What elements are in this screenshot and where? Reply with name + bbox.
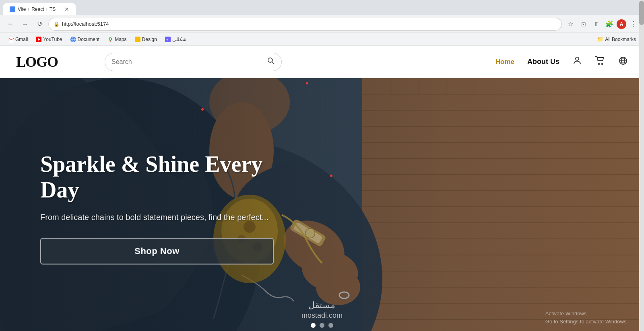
bookmark-document-label: Document — [78, 37, 100, 42]
extensions-puzzle-button[interactable]: 🧩 — [604, 19, 615, 30]
bookmark-design-label: Design — [142, 37, 157, 42]
bookmark-gmail[interactable]: Gmail — [5, 36, 31, 43]
svg-point-12 — [576, 57, 579, 60]
cart-icon[interactable] — [595, 56, 605, 68]
carousel-dot-3[interactable] — [328, 323, 333, 328]
user-icon[interactable] — [572, 56, 582, 68]
back-icon: ← — [7, 21, 14, 28]
activate-windows-line1: Activate Windows — [545, 310, 628, 318]
site-nav: Home About Us — [495, 56, 628, 68]
address-bar[interactable]: 🔒 http://localhost:5174 — [48, 18, 562, 31]
svg-point-14 — [602, 63, 603, 64]
search-bar[interactable] — [105, 53, 282, 71]
hero-section: Sparkle & Shine Every Day From delicate … — [0, 78, 644, 331]
profile-avatar[interactable]: A — [617, 19, 626, 29]
gmail-favicon — [8, 37, 14, 42]
reload-button[interactable]: ↺ — [34, 19, 45, 30]
forward-button[interactable]: → — [19, 19, 31, 30]
star-icon: ☆ — [568, 20, 574, 28]
website: LOGO Home About Us — [0, 46, 644, 331]
bookmark-star-button[interactable]: ☆ — [565, 19, 576, 30]
design-favicon — [135, 37, 140, 42]
bookmarks-bar: Gmail YouTube Document Maps — [0, 33, 644, 46]
tab-close-btn[interactable]: ✕ — [64, 6, 69, 12]
nav-about[interactable]: About Us — [527, 58, 559, 66]
browser-toolbar: ← → ↺ 🔒 http://localhost:5174 ☆ ⊡ 𝔽 🧩 — [0, 15, 644, 33]
search-icon — [267, 57, 275, 67]
notification-dot-2 — [201, 108, 204, 111]
search-input[interactable] — [111, 58, 267, 66]
extension-icon-1: ⊡ — [581, 21, 586, 27]
watermark: مستقل mostadi.com — [301, 300, 343, 320]
extension-btn-2[interactable]: 𝔽 — [591, 19, 602, 30]
notification-dot-1 — [306, 82, 308, 84]
browser-tabs: Vite + React + TS ✕ — [0, 0, 644, 15]
document-favicon — [70, 37, 76, 42]
bookmark-gmail-label: Gmail — [15, 37, 28, 42]
youtube-favicon — [36, 37, 41, 42]
scrollbar[interactable] — [639, 0, 644, 331]
extension-btn-1[interactable]: ⊡ — [578, 19, 589, 30]
site-logo: LOGO — [16, 53, 89, 70]
hero-subtitle: From delicate chains to bold statement p… — [40, 211, 290, 224]
nav-home[interactable]: Home — [495, 58, 514, 66]
folder-icon: 📁 — [597, 36, 603, 42]
bookmark-document[interactable]: Document — [67, 36, 103, 43]
chrome-menu-button[interactable]: ⋮ — [628, 19, 639, 30]
url-text: http://localhost:5174 — [62, 21, 109, 27]
arabic-favicon: ✦ — [165, 37, 171, 42]
bookmark-arabic[interactable]: ✦ شكللي — [162, 36, 190, 43]
bookmark-maps[interactable]: Maps — [104, 36, 130, 43]
bookmark-design[interactable]: Design — [132, 36, 160, 43]
menu-dots-icon: ⋮ — [630, 20, 637, 28]
browser-tab-active[interactable]: Vite + React + TS ✕ — [3, 3, 76, 15]
activate-windows-notice: Activate Windows Go to Settings to activ… — [545, 310, 628, 325]
forward-icon: → — [22, 21, 28, 28]
extension-icon-2: 𝔽 — [595, 21, 599, 27]
notification-dot-3 — [330, 175, 332, 177]
bookmark-arabic-label: شكللي — [172, 37, 186, 42]
toolbar-actions: ☆ ⊡ 𝔽 🧩 A ⋮ — [565, 19, 639, 30]
bookmark-maps-label: Maps — [115, 37, 126, 42]
shop-now-button[interactable]: Shop Now — [40, 238, 274, 265]
carousel-dot-2[interactable] — [320, 323, 324, 328]
watermark-arabic: مستقل — [301, 300, 343, 310]
hero-title: Sparkle & Shine Every Day — [40, 151, 290, 203]
bookmark-youtube[interactable]: YouTube — [33, 36, 65, 43]
bookmark-youtube-label: YouTube — [43, 37, 62, 42]
tab-title: Vite + React + TS — [18, 6, 56, 12]
svg-point-7 — [109, 38, 111, 40]
watermark-latin: mostadi.com — [301, 311, 343, 319]
hero-content: Sparkle & Shine Every Day From delicate … — [40, 151, 290, 265]
back-button[interactable]: ← — [5, 19, 16, 30]
svg-line-11 — [272, 62, 274, 64]
svg-point-13 — [599, 63, 600, 64]
globe-icon[interactable] — [618, 56, 628, 68]
lock-icon: 🔒 — [54, 21, 60, 27]
all-bookmarks-label: All Bookmarks — [605, 37, 636, 42]
svg-text:✦: ✦ — [166, 38, 169, 42]
maps-favicon — [107, 37, 113, 42]
scrollbar-thumb[interactable] — [639, 1, 644, 25]
tab-favicon — [10, 6, 15, 12]
browser-chrome: Vite + React + TS ✕ ← → ↺ 🔒 http://local… — [0, 0, 644, 46]
carousel-dots — [311, 323, 333, 328]
reload-icon: ↺ — [37, 20, 42, 28]
activate-windows-line2: Go to Settings to activate Windows. — [545, 318, 628, 326]
carousel-dot-1[interactable] — [311, 323, 316, 328]
site-header: LOGO Home About Us — [0, 46, 644, 78]
svg-point-10 — [268, 58, 272, 62]
bookmarks-right: 📁 All Bookmarks — [594, 35, 639, 43]
avatar-letter: A — [620, 21, 623, 27]
puzzle-icon: 🧩 — [605, 20, 613, 28]
all-bookmarks-btn[interactable]: 📁 All Bookmarks — [594, 35, 639, 43]
